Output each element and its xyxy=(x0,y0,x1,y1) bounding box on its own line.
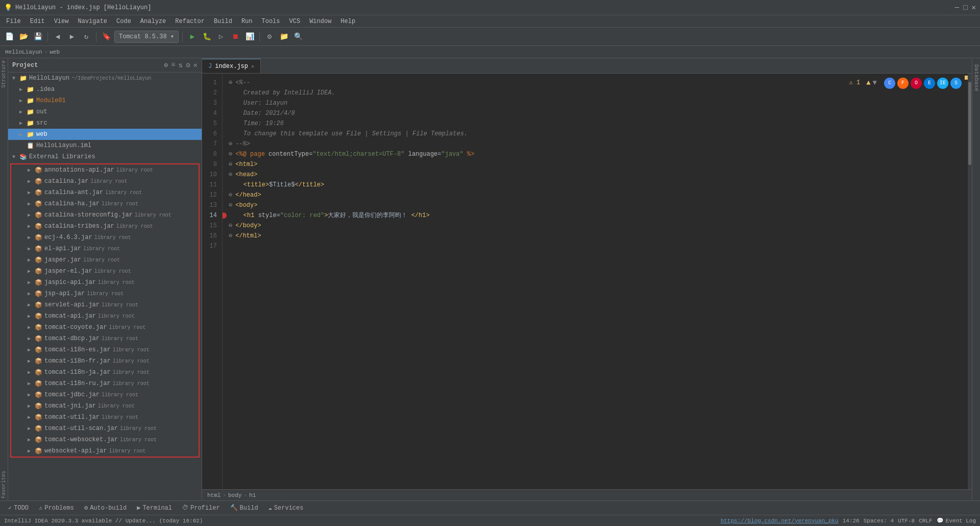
status-event-log[interactable]: 💬 Event Log xyxy=(937,517,976,524)
menu-code[interactable]: Code xyxy=(112,17,135,26)
tree-item-helloliayun[interactable]: ▼ 📁 HelloLiayun ~/IdeaProjects/HelloLiay… xyxy=(8,73,202,84)
toolbar-save[interactable]: 💾 xyxy=(32,31,44,43)
tree-item-jsp-api[interactable]: ▶ 📦 jsp-api.jar library root xyxy=(11,288,199,299)
menu-refactor[interactable]: Refactor xyxy=(171,17,209,26)
toolbar-stop[interactable]: ⏹ xyxy=(229,31,241,43)
structure-panel-label[interactable]: Structure xyxy=(1,60,7,88)
panel-problems[interactable]: ⚠ Problems xyxy=(35,503,78,513)
tree-item-module01[interactable]: ▶ 📁 Module01 xyxy=(8,95,202,106)
tree-item-web[interactable]: ▶ 📁 web xyxy=(8,129,202,140)
minimize-button[interactable]: ─ xyxy=(955,4,959,12)
toolbar-new-file[interactable]: 📄 xyxy=(3,31,15,43)
toolbar-run[interactable]: ▶ xyxy=(186,31,199,43)
toolbar-search[interactable]: 🔍 xyxy=(292,31,304,43)
bread-html[interactable]: html xyxy=(207,492,220,498)
tree-item-annotations-api[interactable]: ▶ 📦 annotations-api.jar library root xyxy=(11,164,199,176)
tree-item-tomcat-util[interactable]: ▶ 📦 tomcat-util.jar library root xyxy=(11,412,199,423)
edge-icon[interactable]: E xyxy=(924,78,935,89)
menu-view[interactable]: View xyxy=(50,17,73,26)
tree-item-jaspic-api[interactable]: ▶ 📦 jaspic-api.jar library root xyxy=(11,277,199,288)
ie-icon[interactable]: IE xyxy=(937,78,948,89)
tree-item-idea[interactable]: ▶ 📁 .idea xyxy=(8,84,202,95)
menu-analyze[interactable]: Analyze xyxy=(136,17,170,26)
toolbar-settings[interactable]: ⚙ xyxy=(263,31,276,43)
sidebar-locate-icon[interactable]: ⊕ xyxy=(164,61,168,69)
tree-item-catalina-ant[interactable]: ▶ 📦 catalina-ant.jar library root xyxy=(11,187,199,198)
sidebar-close-icon[interactable]: ✕ xyxy=(193,61,198,69)
panel-autobuild[interactable]: ⚙ Auto-build xyxy=(80,503,131,513)
editor-tab-index-jsp[interactable]: J index.jsp ✕ xyxy=(202,59,261,73)
tree-item-out[interactable]: ▶ 📁 out xyxy=(8,106,202,117)
panel-terminal[interactable]: ▶ Terminal xyxy=(133,503,176,513)
toolbar-refresh[interactable]: ↻ xyxy=(80,31,92,43)
maximize-button[interactable]: □ xyxy=(963,4,967,12)
breadcrumb-web[interactable]: web xyxy=(50,49,60,55)
tree-item-tomcat-i18n-ja[interactable]: ▶ 📦 tomcat-i18n-ja.jar library root xyxy=(11,367,199,378)
code-editor[interactable]: ⊖ <%-- Created by IntelliJ IDEA. User: l… xyxy=(223,74,964,489)
panel-build[interactable]: 🔨 Build xyxy=(226,503,262,513)
menu-edit[interactable]: Edit xyxy=(26,17,49,26)
toolbar-coverage[interactable]: 📊 xyxy=(243,31,256,43)
tree-item-websocket-api[interactable]: ▶ 📦 websocket-api.jar library root xyxy=(11,445,199,457)
sidebar-expand-icon[interactable]: ⇅ xyxy=(179,61,183,69)
menu-navigate[interactable]: Navigate xyxy=(74,17,111,26)
tree-item-tomcat-util-scan[interactable]: ▶ 📦 tomcat-util-scan.jar library root xyxy=(11,423,199,434)
database-panel-label[interactable]: Database xyxy=(973,60,979,95)
menu-vcs[interactable]: VCS xyxy=(285,17,305,26)
sidebar-collapse-icon[interactable]: ≡ xyxy=(171,61,175,69)
tree-item-catalina-ha[interactable]: ▶ 📦 catalina-ha.jar library root xyxy=(11,198,199,209)
toolbar-back[interactable]: ◀ xyxy=(52,31,64,43)
tree-item-jasper[interactable]: ▶ 📦 jasper.jar library root xyxy=(11,254,199,266)
status-crlf[interactable]: CRLF xyxy=(919,518,932,524)
menu-run[interactable]: Run xyxy=(237,17,257,26)
tree-item-tomcat-i18n-es[interactable]: ▶ 📦 tomcat-i18n-es.jar library root xyxy=(11,344,199,355)
tree-item-catalina[interactable]: ▶ 📦 catalina.jar library root xyxy=(11,176,199,187)
sidebar-settings-icon[interactable]: ⚙ xyxy=(186,61,190,69)
close-button[interactable]: ✕ xyxy=(972,3,976,12)
chrome-icon[interactable]: C xyxy=(884,78,895,89)
tree-item-servlet-api[interactable]: ▶ 📦 servlet-api.jar library root xyxy=(11,299,199,310)
tree-item-tomcat-i18n-fr[interactable]: ▶ 📦 tomcat-i18n-fr.jar library root xyxy=(11,355,199,367)
bread-h1[interactable]: h1 xyxy=(249,492,256,498)
menu-window[interactable]: Window xyxy=(305,17,335,26)
breadcrumb-hello[interactable]: HelloLiayun xyxy=(5,49,42,55)
tree-item-iml[interactable]: 📋 HelloLiayun.iml xyxy=(8,140,202,151)
bread-body[interactable]: body xyxy=(228,492,241,498)
tree-item-ecj[interactable]: ▶ 📦 ecj-4.6.3.jar library root xyxy=(11,232,199,243)
status-url[interactable]: https://blog.csdn.net/yerenyuan_pku xyxy=(721,518,839,524)
menu-build[interactable]: Build xyxy=(210,17,236,26)
favorites-panel-label[interactable]: Favorites xyxy=(1,471,7,498)
toolbar-folder[interactable]: 📁 xyxy=(278,31,290,43)
tree-item-src[interactable]: ▶ 📁 src xyxy=(8,117,202,129)
tab-close-button[interactable]: ✕ xyxy=(251,63,254,69)
scrollbar-thumb[interactable] xyxy=(968,82,971,165)
tree-item-tomcat-dbcp[interactable]: ▶ 📦 tomcat-dbcp.jar library root xyxy=(11,333,199,344)
panel-profiler[interactable]: ⏱ Profiler xyxy=(178,503,224,513)
tomcat-dropdown[interactable]: Tomcat 8.5.38 ▾ xyxy=(114,31,179,43)
tree-item-tomcat-jni[interactable]: ▶ 📦 tomcat-jni.jar library root xyxy=(11,400,199,412)
tree-item-tomcat-coyote[interactable]: ▶ 📦 tomcat-coyote.jar library root xyxy=(11,322,199,333)
tree-item-tomcat-api[interactable]: ▶ 📦 tomcat-api.jar library root xyxy=(11,310,199,322)
panel-todo[interactable]: ✓ TODO xyxy=(4,503,33,513)
menu-tools[interactable]: Tools xyxy=(258,17,284,26)
panel-services[interactable]: ☁ Services xyxy=(264,503,308,513)
tree-item-catalina-tribes[interactable]: ▶ 📦 catalina-tribes.jar library root xyxy=(11,221,199,232)
status-idea-update[interactable]: IntelliJ IDEA 2020.3.3 available // Upda… xyxy=(4,518,203,524)
tree-item-el-api[interactable]: ▶ 📦 el-api.jar library root xyxy=(11,243,199,254)
status-spaces[interactable]: Spaces: 4 xyxy=(864,518,894,524)
toolbar-open[interactable]: 📂 xyxy=(17,31,30,43)
toolbar-forward[interactable]: ▶ xyxy=(66,31,78,43)
tree-item-tomcat-i18n-ru[interactable]: ▶ 📦 tomcat-i18n-ru.jar library root xyxy=(11,378,199,389)
menu-file[interactable]: File xyxy=(2,17,25,26)
firefox-icon[interactable]: F xyxy=(897,78,909,89)
tree-item-catalina-storeconfig[interactable]: ▶ 📦 catalina-storeconfig.jar library roo… xyxy=(11,209,199,221)
toolbar-run2[interactable]: ▷ xyxy=(215,31,227,43)
tree-item-jasper-el[interactable]: ▶ 📦 jasper-el.jar library root xyxy=(11,266,199,277)
status-encoding[interactable]: UTF-8 xyxy=(898,518,915,524)
safari-icon[interactable]: S xyxy=(950,78,962,89)
tree-item-tomcat-websocket[interactable]: ▶ 📦 tomcat-websocket.jar library root xyxy=(11,434,199,445)
scrollbar-track[interactable] xyxy=(968,74,972,489)
tree-item-external-libraries[interactable]: ▼ 📚 External Libraries xyxy=(8,151,202,162)
tree-item-tomcat-jdbc[interactable]: ▶ 📦 tomcat-jdbc.jar library root xyxy=(11,389,199,400)
menu-help[interactable]: Help xyxy=(336,17,359,26)
